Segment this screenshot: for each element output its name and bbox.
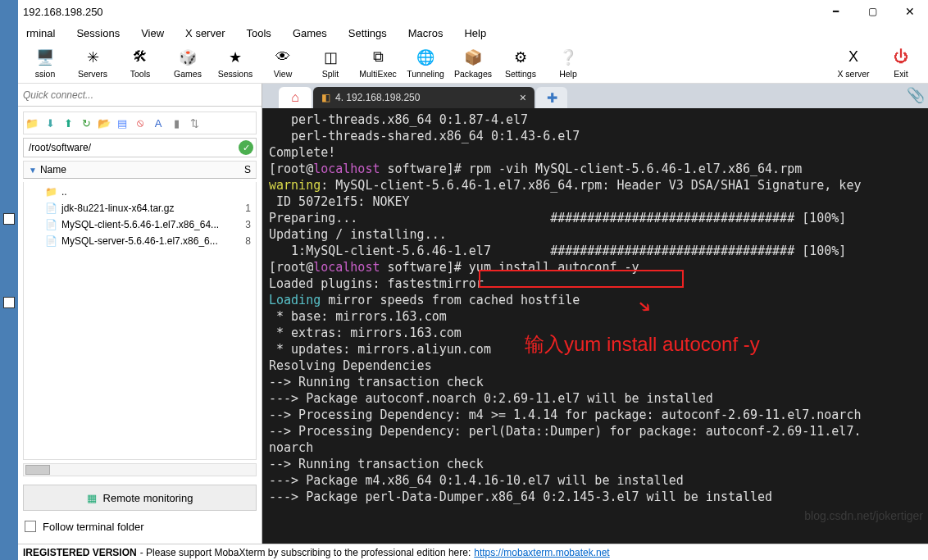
file-name: .. [61,186,246,198]
tab-session[interactable]: ◧4. 192.168.198.250× [313,87,535,108]
bookmark-icon[interactable]: ▮ [170,116,183,130]
upload-icon[interactable]: ⬆ [61,116,75,130]
sort-icon[interactable]: ⇅ [188,116,201,130]
toolbar-xserver-button[interactable]: XX server [830,43,877,83]
follow-terminal-checkbox[interactable] [25,521,36,532]
servers-icon: ✳ [83,48,102,67]
menu-x-server[interactable]: X server [180,25,230,41]
attach-icon[interactable]: 📎 [907,86,925,104]
toolbar-games-button[interactable]: 🎲Games [164,43,212,83]
file-row[interactable]: 📄jdk-8u221-linux-x64.tar.gz1 [24,200,256,216]
toolbar-sessions-button[interactable]: ★Sessions [212,43,259,83]
terminal-line: Resolving Dependencies [269,357,921,374]
menu-macros[interactable]: Macros [403,25,448,41]
menu-view[interactable]: View [136,25,169,41]
toolbar-multiexec-button[interactable]: ⧉MultiExec [354,43,402,83]
xserver-icon: X [844,48,863,67]
remote-monitoring-button[interactable]: ▦ Remote monitoring [23,485,257,511]
file-icon: 📄 [45,203,57,214]
stop-icon[interactable]: ⦸ [134,116,147,130]
refresh-icon[interactable]: ↻ [80,116,93,130]
taskbar-item[interactable] [3,213,15,225]
sidebar: 📁 ⬇ ⬆ ↻ 📂 ▤ ⦸ A ▮ ⇅ ✓ ▼ Name [18,84,262,544]
file-icon: 📄 [45,235,57,247]
settings-label: Settings [505,69,536,79]
text-icon[interactable]: A [152,116,165,130]
file-row[interactable]: 📁.. [24,184,256,200]
toolbar-view-button[interactable]: 👁View [259,43,307,83]
tab-home[interactable]: ⌂ [279,87,312,108]
sftp-path-input[interactable] [24,139,239,157]
file-name: MySQL-server-5.6.46-1.el7.x86_6... [61,235,240,247]
filelist-header[interactable]: ▼ Name S [23,161,257,179]
packages-icon: 📦 [463,48,483,67]
menu-help[interactable]: Help [459,25,491,41]
toolbar-tools-button[interactable]: 🛠Tools [116,43,164,83]
unregistered-label: IREGISTERED VERSION [23,547,137,558]
tab-close-icon[interactable]: × [520,91,526,104]
toolbar-exit-button[interactable]: ⏻Exit [877,43,925,83]
col-name[interactable]: Name [40,164,244,175]
toolbar-tunneling-button[interactable]: 🌐Tunneling [402,43,449,83]
sftp-toolbar: 📁 ⬇ ⬆ ↻ 📂 ▤ ⦸ A ▮ ⇅ [23,112,257,134]
toolbar-servers-button[interactable]: ✳Servers [69,43,116,83]
path-ok-icon: ✓ [239,140,253,155]
terminal-line: perl-threads-shared.x86_64 0:1.43-6.el7 [269,128,921,144]
window-close-button[interactable]: ✕ [891,0,928,23]
toolbar-split-button[interactable]: ◫Split [307,43,354,83]
download-icon[interactable]: ⬇ [43,116,57,130]
tab-add[interactable]: ✚ [536,87,567,108]
menu-games[interactable]: Games [288,25,332,41]
terminal-line: ---> Package m4.x86_64 0:1.4.16-10.el7 w… [269,472,921,489]
newfile-icon[interactable]: ▤ [116,116,129,130]
footer-link[interactable]: https://mobaxterm.mobatek.net [474,547,609,558]
menu-rminal[interactable]: rminal [21,25,60,41]
session-icon: ◧ [321,92,330,103]
file-size: 1 [245,203,251,214]
monitor-icon: ▦ [87,492,97,504]
menu-settings[interactable]: Settings [343,25,392,41]
toolbar-packages-button[interactable]: 📦Packages [449,43,497,83]
terminal-line: --> Processing Dependency: m4 >= 1.4.14 … [269,407,921,423]
os-taskbar-strip [0,0,18,560]
terminal-line: [root@localhost software]# rpm -vih MySQ… [269,161,921,177]
file-name: jdk-8u221-linux-x64.tar.gz [61,203,240,214]
terminal-line: warning: MySQL-client-5.6.46-1.el7.x86_6… [269,177,921,193]
file-name: MySQL-client-5.6.46-1.el7.x86_64... [61,219,240,230]
col-size[interactable]: S [244,164,251,175]
menu-sessions[interactable]: Sessions [71,25,125,41]
footer-text: - Please support MobaXterm by subscribin… [140,547,471,558]
toolbar-settings-button[interactable]: ⚙Settings [497,43,544,83]
games-label: Games [174,69,202,79]
toolbar-ssion-button[interactable]: 🖥️ssion [21,43,69,83]
folder-icon[interactable]: 📁 [25,116,39,130]
remote-monitoring-label: Remote monitoring [103,492,193,504]
window-maximize-button[interactable]: ▢ [854,0,891,23]
view-icon: 👁 [273,48,293,67]
quick-connect-input[interactable] [18,85,262,105]
taskbar-item[interactable] [3,297,15,308]
packages-label: Packages [454,69,492,79]
terminal-line: noarch [269,439,921,456]
terminal-output[interactable]: perl-threads.x86_64 0:1.87-4.el7 perl-th… [262,108,928,544]
terminal-line: --> Running transaction check [269,456,921,472]
xserver-label: X server [837,69,869,79]
window-minimize-button[interactable]: ━ [817,0,854,23]
file-icon: 📄 [45,219,57,230]
menu-tools[interactable]: Tools [242,25,276,41]
terminal-line: Updating / installing... [269,226,921,243]
horizontal-scrollbar[interactable] [23,463,257,476]
help-label: Help [559,69,577,79]
newfolder-icon[interactable]: 📂 [98,116,111,130]
terminal-line: --> Running transaction check [269,374,921,390]
file-icon: 📁 [45,186,57,198]
sort-indicator-icon: ▼ [29,166,37,175]
help-icon: ❔ [558,48,578,67]
terminal-line: Loading mirror speeds from cached hostfi… [269,292,921,308]
toolbar-help-button[interactable]: ❔Help [544,43,592,83]
file-row[interactable]: 📄MySQL-server-5.6.46-1.el7.x86_6...8 [24,233,256,249]
tab-bar: ⌂◧4. 192.168.198.250×✚ [262,84,928,108]
split-icon: ◫ [321,48,340,67]
file-row[interactable]: 📄MySQL-client-5.6.46-1.el7.x86_64...3 [24,216,256,233]
tools-label: Tools [130,69,151,79]
